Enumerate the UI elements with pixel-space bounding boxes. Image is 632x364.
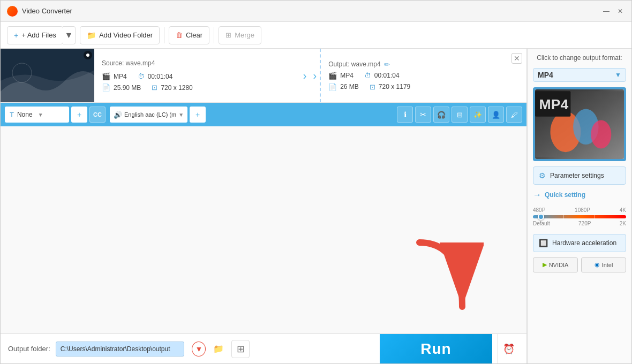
add-subtitle-button[interactable]: + [71, 107, 87, 123]
edit-output-icon[interactable]: ✏ [384, 60, 390, 69]
quality-label-480p: 480P [533, 207, 545, 213]
crop-button[interactable]: ⊟ [452, 107, 468, 123]
output-duration: 00:01:04 [374, 72, 400, 79]
file-row: Source: wave.mp4 🎬 MP4 ⏱ 00:01:04 [1, 49, 526, 103]
hardware-acceleration-button[interactable]: 🔲 Hardware acceleration [533, 234, 626, 252]
merge-file-icon: ⊞ [237, 343, 245, 355]
add-icon: + [14, 31, 18, 40]
status-dot [86, 54, 89, 57]
source-duration-item: ⏱ 00:01:04 [138, 72, 173, 80]
format-preview-svg: MP4 [535, 89, 624, 159]
cut-button[interactable]: ✂ [415, 107, 431, 123]
subtitle-value: None [17, 111, 33, 118]
output-meta-row-1: 🎬 MP4 ⏱ 00:01:04 [328, 72, 519, 80]
convert-arrow: › [300, 49, 310, 102]
clock-icon: ⏱ [138, 72, 145, 80]
browse-folder-button[interactable]: 📁 [211, 342, 226, 357]
quality-slider-container: 480P 1080P 4K Default 720P 2K [533, 205, 626, 229]
quality-label-4k: 4K [620, 207, 626, 213]
add-audio-button[interactable]: + [190, 107, 206, 123]
subtitle-select[interactable]: T None ▼ [5, 107, 69, 123]
alarm-icon: ⏰ [503, 343, 515, 355]
intel-button[interactable]: ◉ Intel [581, 257, 626, 272]
source-meta-row-1: 🎬 MP4 ⏱ 00:01:04 [102, 72, 292, 80]
source-meta-row-2: 📄 25.90 MB ⊡ 720 x 1280 [102, 84, 292, 92]
res-icon: ⊡ [152, 84, 157, 92]
output-meta-row-2: 📄 26 MB ⊡ 720 x 1179 [328, 83, 519, 91]
svg-point-4 [591, 120, 611, 148]
merge-file-button[interactable]: ⊞ [231, 340, 250, 358]
minimize-button[interactable]: — [601, 6, 611, 16]
right-panel: Click to change output format: MP4 ▼ [527, 49, 631, 363]
watermark-button[interactable]: 👤 [488, 107, 504, 123]
output-resolution: 720 x 1179 [379, 83, 410, 90]
source-duration: 00:01:04 [148, 73, 173, 80]
add-folder-label: Add Video Folder [99, 31, 153, 39]
app-icon [7, 6, 18, 17]
effects-icon: ✨ [473, 111, 482, 119]
info-button[interactable]: ℹ [397, 107, 413, 123]
quality-thumb[interactable] [538, 214, 544, 220]
add-folder-button[interactable]: 📁 Add Video Folder [80, 26, 160, 44]
format-preview: MP4 [533, 87, 626, 161]
audio-select[interactable]: 🔊 English aac (LC) (m ▼ [110, 107, 187, 123]
run-button[interactable]: Run [380, 334, 492, 364]
svg-text:MP4: MP4 [539, 96, 569, 112]
output-info: Output: wave.mp4 ✏ 🎬 MP4 ⏱ 00:01:04 [320, 49, 526, 102]
audio-value: English aac (LC) (m [124, 111, 176, 118]
scissors-icon: ✂ [420, 110, 426, 119]
clear-button[interactable]: 🗑 Clear [169, 26, 209, 44]
app-title: Video Converter [22, 7, 601, 15]
output-file-icon: 📄 [328, 83, 337, 91]
quality-tick-2 [595, 214, 595, 220]
intel-label: Intel [602, 262, 613, 268]
output-res-icon: ⊡ [370, 83, 375, 91]
add-files-button[interactable]: + + Add Files [7, 26, 63, 44]
output-path-display: C:\Users\Administrator\Desktop\output [56, 342, 185, 357]
alarm-button[interactable]: ⏰ [498, 334, 519, 364]
merge-label: Merge [235, 31, 254, 39]
speaker-icon: 🔊 [114, 111, 122, 119]
path-dropdown-button[interactable]: ▼ [192, 342, 206, 357]
clear-label: Clear [186, 31, 202, 39]
output-path-text: C:\Users\Administrator\Desktop\output [61, 345, 170, 353]
output-size: 26 MB [340, 83, 359, 90]
merge-button[interactable]: ⊞ Merge [219, 26, 261, 44]
effects-button[interactable]: ✨ [470, 107, 486, 123]
parameter-settings-button[interactable]: ⚙ Parameter settings [533, 166, 626, 185]
add-files-dropdown[interactable]: ▼ [63, 26, 76, 44]
quality-label-1080p: 1080P [575, 207, 590, 213]
bottom-bar: Output folder: C:\Users\Administrator\De… [1, 333, 526, 363]
format-hint: Click to change output format: [533, 54, 626, 63]
nvidia-button[interactable]: ▶ NVIDIA [533, 257, 578, 272]
intel-logo-icon: ◉ [595, 261, 600, 268]
quality-track[interactable] [533, 215, 626, 218]
audio-edit-button[interactable]: 🎧 [433, 107, 449, 123]
format-dropdown-arrow-icon: ▼ [615, 71, 621, 79]
close-file-button[interactable]: ✕ [511, 53, 522, 64]
cc-button[interactable]: CC [89, 107, 106, 123]
output-clock-icon: ⏱ [364, 72, 371, 80]
source-info: Source: wave.mp4 🎬 MP4 ⏱ 00:01:04 [94, 49, 300, 102]
merge-icon: ⊞ [225, 31, 231, 39]
output-size-item: 📄 26 MB [328, 83, 359, 91]
format-selector[interactable]: MP4 ▼ [533, 68, 626, 82]
close-button[interactable]: ✕ [615, 6, 625, 16]
quick-arrow-icon: → [533, 190, 541, 200]
main-toolbar: + + Add Files ▼ 📁 Add Video Folder 🗑 Cle… [1, 22, 631, 49]
hw-accel-label: Hardware acceleration [552, 239, 616, 247]
source-resolution: 720 x 1280 [161, 84, 192, 92]
source-format-item: 🎬 MP4 [102, 72, 127, 80]
window-controls: — ✕ [601, 6, 625, 16]
output-label-text: Output: wave.mp4 [328, 60, 380, 68]
toolbar-separator [164, 27, 164, 43]
convert-arrow-2: › [310, 49, 320, 102]
source-resolution-item: ⊡ 720 x 1280 [152, 84, 192, 92]
format-icon: 🎬 [102, 72, 110, 80]
folder-icon: 📁 [87, 31, 96, 40]
output-format: MP4 [340, 72, 353, 79]
subtitle-pen-icon: 🖊 [511, 111, 518, 119]
dropdown-arrow-icon: ▼ [195, 345, 202, 353]
subtitle-edit-button[interactable]: 🖊 [506, 107, 522, 123]
toolbar-separator-2 [214, 27, 214, 43]
